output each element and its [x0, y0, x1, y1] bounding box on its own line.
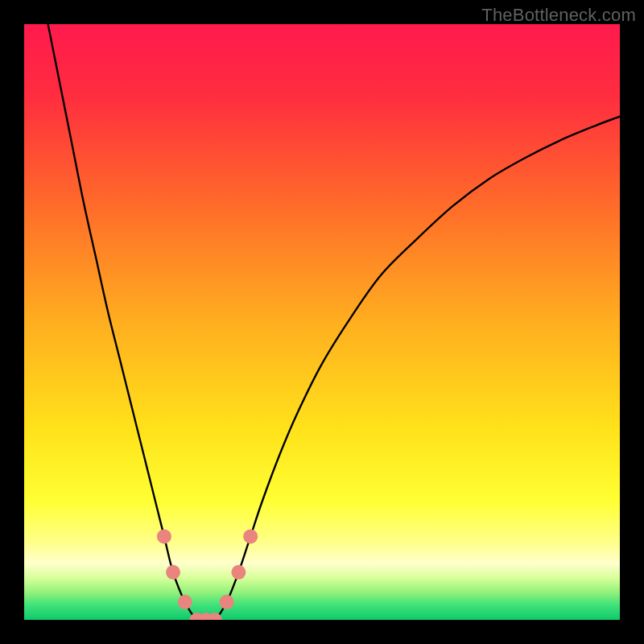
highlight-point: [220, 595, 234, 609]
highlight-point: [166, 565, 180, 580]
chart-background: [24, 24, 620, 620]
watermark-text: TheBottleneck.com: [481, 5, 636, 26]
highlight-point: [178, 595, 192, 609]
chart-frame: TheBottleneck.com: [0, 0, 644, 644]
highlight-point: [231, 565, 246, 580]
highlight-point: [243, 529, 258, 543]
highlight-point: [157, 529, 171, 543]
chart-plot: [24, 24, 620, 620]
